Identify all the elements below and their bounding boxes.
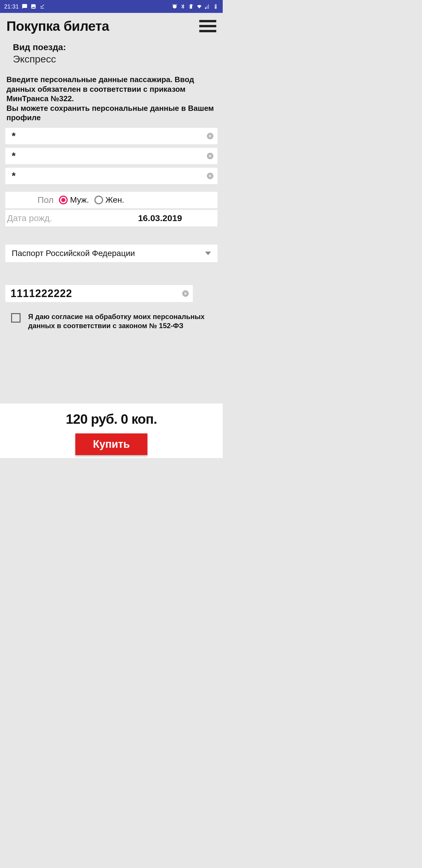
intro-text: Введите персональные данные пассажира. В… bbox=[5, 67, 218, 128]
alarm-icon bbox=[172, 3, 177, 9]
app-header: Покупка билета bbox=[0, 13, 223, 37]
clear-name-button[interactable]: ✕ bbox=[207, 153, 213, 159]
clear-surname-button[interactable]: ✕ bbox=[207, 133, 213, 139]
menu-button[interactable] bbox=[199, 20, 216, 32]
signal-icon bbox=[204, 3, 210, 9]
dob-label: Дата рожд. bbox=[7, 213, 109, 223]
train-type-label: Вид поезда: bbox=[13, 42, 210, 52]
gender-female-label: Жен. bbox=[105, 195, 124, 205]
surname-field[interactable] bbox=[5, 128, 218, 144]
gender-male-label: Муж. bbox=[70, 195, 89, 205]
gender-female-radio[interactable]: Жен. bbox=[94, 195, 124, 205]
consent-text: Я даю согласие на обработку моих персона… bbox=[28, 312, 215, 330]
vibrate-mute-icon bbox=[188, 3, 194, 9]
battery-icon bbox=[213, 3, 219, 9]
document-type-select[interactable]: Паспорт Российской Федерации bbox=[5, 245, 218, 262]
consent-row: Я даю согласие на обработку моих персона… bbox=[5, 302, 218, 336]
status-bar: 21:31 bbox=[0, 0, 223, 13]
gender-row: Пол Муж. Жен. bbox=[5, 192, 218, 208]
document-type-value: Паспорт Российской Федерации bbox=[12, 249, 205, 258]
buy-button[interactable]: Купить bbox=[75, 433, 148, 455]
patronymic-field[interactable] bbox=[5, 168, 218, 184]
gender-label: Пол bbox=[37, 195, 54, 205]
name-field[interactable] bbox=[5, 148, 218, 164]
train-type-value: Экспресс bbox=[13, 53, 210, 65]
status-time: 21:31 bbox=[4, 3, 19, 10]
bluetooth-icon bbox=[180, 3, 186, 9]
consent-checkbox[interactable] bbox=[11, 313, 21, 322]
price-text: 120 руб. 0 коп. bbox=[0, 411, 223, 427]
image-icon bbox=[30, 3, 36, 9]
clear-patronymic-button[interactable]: ✕ bbox=[207, 173, 213, 179]
download-check-icon bbox=[39, 3, 45, 9]
gender-male-radio[interactable]: Муж. bbox=[59, 195, 89, 205]
chevron-down-icon bbox=[205, 252, 211, 255]
footer: 120 руб. 0 коп. Купить bbox=[0, 403, 223, 458]
dob-row[interactable]: Дата рожд. 16.03.2019 bbox=[5, 210, 218, 226]
document-number-field[interactable] bbox=[5, 285, 193, 302]
page-title: Покупка билета bbox=[6, 18, 109, 34]
train-type-block: Вид поезда: Экспресс bbox=[5, 37, 218, 67]
chat-icon bbox=[22, 3, 28, 9]
clear-document-number-button[interactable]: ✕ bbox=[182, 290, 189, 297]
wifi-icon bbox=[196, 3, 202, 9]
dob-value: 16.03.2019 bbox=[109, 213, 211, 223]
